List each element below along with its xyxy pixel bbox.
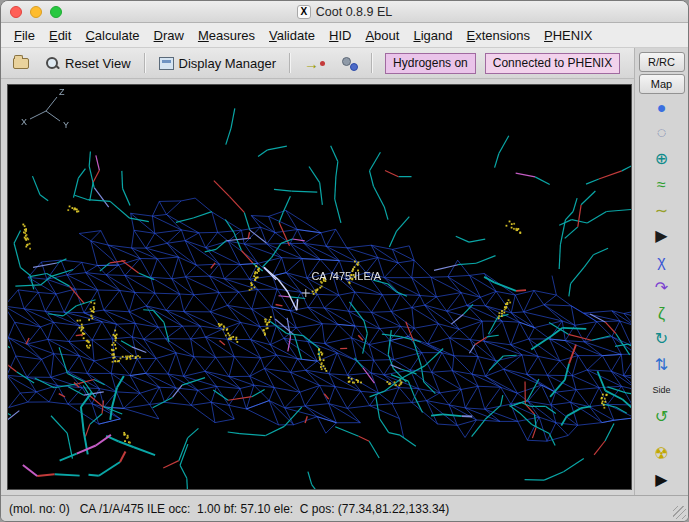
viewport-frame xyxy=(7,84,632,490)
rotamers-icon[interactable]: ↷ xyxy=(642,275,682,301)
more-tools-icon[interactable]: ▶ xyxy=(642,467,682,493)
refine-sphere-icon[interactable]: ● xyxy=(642,95,682,121)
open-folder-icon xyxy=(13,58,29,69)
modelling-sidebar: R/RC Map ● ◌ ⊕ ≈ ∼ ▶ χ ↷ ζ ↻ ⇅ Side ↺ ☢ … xyxy=(634,48,688,495)
phenix-connection-badge[interactable]: Connected to PHENIX xyxy=(485,53,620,74)
menu-draw[interactable]: Draw xyxy=(147,25,191,46)
add-terminal-residue-icon[interactable]: ↺ xyxy=(642,404,682,430)
menu-about[interactable]: About xyxy=(358,25,406,46)
toolbar-separator xyxy=(144,53,146,73)
atom-info-button[interactable] xyxy=(335,53,364,74)
titlebar: X Coot 0.8.9 EL xyxy=(1,1,688,23)
magnifier-icon xyxy=(45,56,60,71)
display-manager-button[interactable]: Display Manager xyxy=(153,53,283,74)
rot-trans-zone-icon[interactable]: ▶ xyxy=(642,223,682,249)
main-toolbar: Reset View Display Manager → Hydrogens o… xyxy=(1,48,634,79)
regularize-zone-icon[interactable]: ∼ xyxy=(642,198,682,224)
torsion-general-icon[interactable]: ↻ xyxy=(642,327,682,353)
menu-hid[interactable]: HID xyxy=(322,25,358,46)
molecule-viewport[interactable] xyxy=(8,85,631,489)
x11-app-icon: X xyxy=(297,5,311,19)
menu-edit[interactable]: Edit xyxy=(42,25,78,46)
auto-fit-rotamer-icon[interactable]: χ xyxy=(642,249,682,275)
menu-file[interactable]: File xyxy=(7,25,42,46)
menubar: File Edit Calculate Draw Measures Valida… xyxy=(1,23,688,48)
reset-view-button[interactable]: Reset View xyxy=(39,53,137,74)
toolbar-separator xyxy=(289,53,291,73)
rigid-body-fit-icon[interactable]: ⊕ xyxy=(642,146,682,172)
map-button[interactable]: Map xyxy=(639,74,685,94)
flip-peptide-icon[interactable]: ⇅ xyxy=(642,352,682,378)
reset-view-label: Reset View xyxy=(65,56,131,71)
hydrogens-toggle-badge[interactable]: Hydrogens on xyxy=(385,53,476,74)
menu-phenix[interactable]: PHENIX xyxy=(537,25,599,46)
open-coordinates-button[interactable] xyxy=(7,55,35,72)
display-manager-label: Display Manager xyxy=(179,56,277,71)
statusbar: (mol. no: 0) CA /1/A/475 ILE occ: 1.00 b… xyxy=(1,495,688,521)
side-chain-flip-icon[interactable]: Side xyxy=(642,378,682,404)
display-manager-icon xyxy=(159,57,174,70)
atoms-icon xyxy=(341,56,358,71)
menu-extensions[interactable]: Extensions xyxy=(459,25,537,46)
real-space-refine-icon[interactable]: ≈ xyxy=(642,172,682,198)
title-area: X Coot 0.8.9 EL xyxy=(1,5,688,19)
window-title: Coot 0.8.9 EL xyxy=(316,5,392,19)
go-to-atom-icon: → xyxy=(304,56,325,71)
toolbar-separator xyxy=(371,53,373,73)
resize-grip[interactable] xyxy=(673,506,686,519)
menu-validate[interactable]: Validate xyxy=(262,25,322,46)
coot-window: X Coot 0.8.9 EL File Edit Calculate Draw… xyxy=(0,0,689,522)
go-to-atom-button[interactable]: → xyxy=(298,53,331,74)
menu-measures[interactable]: Measures xyxy=(191,25,262,46)
rrc-button[interactable]: R/RC xyxy=(639,52,685,72)
menu-ligand[interactable]: Ligand xyxy=(406,25,459,46)
fix-atoms-icon[interactable]: ◌ xyxy=(642,120,682,146)
menu-calculate[interactable]: Calculate xyxy=(78,25,146,46)
edit-chi-angles-icon[interactable]: ζ xyxy=(642,301,682,327)
status-text: (mol. no: 0) CA /1/A/475 ILE occ: 1.00 b… xyxy=(9,502,449,516)
radiation-icon[interactable]: ☢ xyxy=(642,442,682,468)
